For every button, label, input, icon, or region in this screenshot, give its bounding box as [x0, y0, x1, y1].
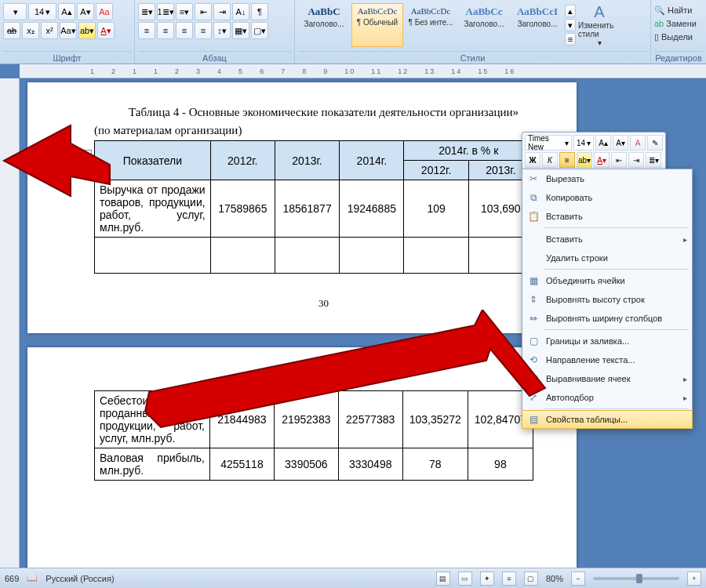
find-button[interactable]: 🔍Найти	[654, 4, 703, 16]
ctx-insert[interactable]: Вставить	[522, 230, 692, 249]
style-nospace[interactable]: AaBbCcDc¶ Без инте...	[405, 3, 457, 47]
th-2013[interactable]: 2013г.	[275, 141, 339, 180]
cell-value[interactable]: 21952383	[274, 391, 338, 448]
cell-value[interactable]: 3390506	[274, 448, 338, 481]
font-color-button[interactable]: A▾	[97, 22, 115, 39]
cell-value[interactable]: 3330498	[338, 448, 402, 481]
mini-styles[interactable]: A	[630, 135, 646, 151]
font-name-combo[interactable]: ▾	[3, 3, 27, 20]
multilevel-button[interactable]: ≡▾	[176, 3, 193, 20]
ctx-autofit[interactable]: ⤢Автоподбор	[522, 388, 692, 407]
bullets-button[interactable]: ≣▾	[138, 3, 155, 20]
mini-bold[interactable]: Ж	[525, 152, 540, 168]
ctx-paste[interactable]: 📋Вставить	[522, 207, 692, 226]
th-2012[interactable]: 2012г.	[210, 141, 275, 180]
table-move-handle[interactable]: ✥	[81, 150, 92, 161]
mini-indent-dec[interactable]: ⇤	[611, 152, 627, 168]
sort-button[interactable]: A↓	[232, 3, 249, 20]
cell-value[interactable]: 103,35272	[402, 391, 468, 448]
main-table[interactable]: Показатели 2012г. 2013г. 2014г. 2014г. в…	[94, 140, 533, 274]
ctx-text-direction[interactable]: ⟲Направление текста...	[522, 350, 692, 369]
highlight-button[interactable]: ab▾	[78, 22, 96, 39]
mini-format-painter[interactable]: ✎	[647, 135, 663, 151]
mini-center[interactable]: ≡	[559, 152, 575, 168]
align-right-button[interactable]: ≡	[176, 22, 193, 39]
numbering-button[interactable]: 1≣▾	[157, 3, 174, 20]
th-sub-2012[interactable]: 2012г.	[404, 161, 468, 180]
view-outline[interactable]: ≡	[502, 572, 516, 586]
subscript-button[interactable]: x₂	[22, 22, 39, 39]
ctx-merge-cells[interactable]: ▦Объединить ячейки	[522, 271, 692, 290]
view-web[interactable]: ✦	[480, 572, 494, 586]
borders-button[interactable]: ▢▾	[251, 22, 268, 39]
style-heading3[interactable]: AaBbCcIЗаголово...	[511, 3, 563, 47]
th-pct[interactable]: 2014г. в % к	[404, 141, 533, 161]
shrink-font-button[interactable]: A▾	[77, 3, 94, 20]
cell-label[interactable]: Выручка от продажи товаров, продукции, р…	[95, 180, 211, 238]
zoom-out-button[interactable]: −	[571, 572, 585, 586]
th-2014[interactable]: 2014г.	[340, 141, 404, 180]
style-heading2[interactable]: AaBbCcЗаголово...	[458, 3, 510, 47]
align-left-button[interactable]: ≡	[138, 22, 155, 39]
shading-button[interactable]: ▦▾	[232, 22, 249, 39]
style-normal[interactable]: AaBbCcDc¶ Обычный	[351, 3, 403, 47]
cell-value[interactable]: 109	[404, 180, 468, 238]
ctx-row-height[interactable]: ⇕Выровнять высоту строк	[522, 290, 692, 309]
cell-value[interactable]: 98	[468, 448, 533, 481]
view-print-layout[interactable]: ▤	[436, 572, 450, 586]
view-draft[interactable]: ▢	[524, 572, 538, 586]
zoom-slider[interactable]	[593, 577, 679, 580]
mini-bullets[interactable]: ≣▾	[646, 152, 661, 168]
mini-font-color[interactable]: A▾	[594, 152, 610, 168]
cell-value[interactable]: 4255118	[210, 448, 275, 481]
line-spacing-button[interactable]: ↕▾	[213, 22, 231, 39]
th-indicator[interactable]: Показатели	[95, 141, 211, 180]
clear-format-button[interactable]: Aa	[96, 3, 113, 20]
cell-value[interactable]: 18561877	[275, 180, 339, 238]
indent-inc-button[interactable]: ⇥	[213, 3, 231, 20]
mini-size-combo[interactable]: 14▾	[573, 135, 594, 151]
align-justify-button[interactable]: ≡	[195, 22, 212, 39]
styles-more-button[interactable]: ≡	[565, 33, 576, 45]
style-heading1[interactable]: AaBbCЗаголово...	[298, 3, 350, 47]
view-fullscreen[interactable]: ▭	[458, 572, 472, 586]
align-center-button[interactable]: ≡	[157, 22, 174, 39]
horizontal-ruler[interactable]: 12112345678910111213141516	[20, 64, 706, 78]
cell-value[interactable]: 17589865	[210, 180, 275, 238]
ctx-cell-align[interactable]: ▦Выравнивание ячеек	[522, 369, 692, 388]
ctx-cut[interactable]: ✂Вырезать	[522, 169, 692, 188]
ctx-table-properties[interactable]: ▤Свойства таблицы...	[522, 410, 693, 429]
grow-font-button[interactable]: A▴	[58, 3, 75, 20]
mini-highlight[interactable]: ab▾	[577, 152, 592, 168]
styles-up-button[interactable]: ▴	[565, 5, 576, 17]
mini-font-combo[interactable]: Times New▾	[525, 135, 572, 151]
styles-down-button[interactable]: ▾	[565, 19, 576, 31]
mini-grow-font[interactable]: A▴	[595, 135, 611, 151]
font-size-combo[interactable]: 14▾	[28, 3, 56, 20]
cell-value[interactable]: 22577383	[338, 391, 402, 448]
replace-button[interactable]: abЗамени	[654, 17, 703, 30]
change-styles-button[interactable]: A Изменить стили ▾	[577, 3, 621, 47]
ctx-col-width[interactable]: ⇔Выровнять ширину столбцов	[522, 309, 692, 328]
cell-value[interactable]: 21844983	[210, 391, 275, 448]
status-language[interactable]: Русский (Россия)	[45, 574, 114, 583]
show-marks-button[interactable]: ¶	[251, 3, 268, 20]
cell-label[interactable]: Себестоимость проданных товаров, продукц…	[95, 391, 210, 448]
mini-italic[interactable]: К	[542, 152, 558, 168]
indent-dec-button[interactable]: ⇤	[195, 3, 212, 20]
vertical-ruler[interactable]	[0, 78, 20, 568]
cell-value[interactable]: 19246885	[340, 180, 404, 238]
zoom-level[interactable]: 80%	[546, 574, 563, 583]
superscript-button[interactable]: x²	[41, 22, 58, 39]
zoom-in-button[interactable]: +	[687, 572, 701, 586]
strike-button[interactable]: ab	[3, 22, 20, 39]
change-case-button[interactable]: Aa▾	[60, 22, 77, 39]
cell-label[interactable]: Валовая прибыль, млн.руб.	[95, 448, 210, 481]
ctx-borders-shading[interactable]: ▢Границы и заливка...	[522, 332, 692, 350]
status-spell-icon[interactable]: 📖	[27, 573, 38, 583]
ctx-delete-rows[interactable]: Удалить строки	[522, 249, 692, 267]
main-table-2[interactable]: Себестоимость проданных товаров, продукц…	[94, 390, 533, 481]
mini-shrink-font[interactable]: A▾	[613, 135, 628, 151]
cell-value[interactable]: 78	[402, 448, 468, 481]
ctx-copy[interactable]: ⧉Копировать	[522, 188, 692, 207]
